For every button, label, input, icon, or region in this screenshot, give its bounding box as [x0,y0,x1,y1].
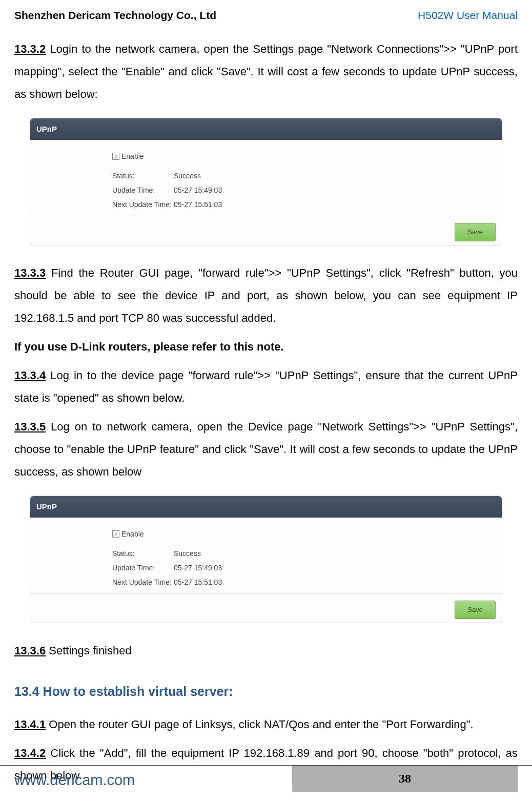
next-update-row: Next Update Time: 05-27 15:51:03 [112,575,502,589]
enable-checkbox[interactable]: ✓ [112,153,119,160]
enable-row: ✓ Enable [112,527,502,541]
update-time-label: Update Time: [112,561,174,575]
paragraph-text: Find the Router GUI page, "forward rule"… [14,266,518,324]
page-header: Shenzhen Dericam Technology Co., Ltd H50… [0,0,532,26]
manual-title: H502W User Manual [418,9,518,22]
paragraph-text: Log in to the device page "forward rule"… [14,369,518,404]
page-number: 38 [292,766,518,792]
heading-13-4: 13.4 How to establish virtual server: [14,678,518,704]
save-button[interactable]: Save [455,223,496,241]
section-number: 13.3.2 [14,43,46,55]
company-name: Shenzhen Dericam Technology Co., Ltd [14,9,216,22]
status-row: Status: Success [112,546,502,561]
panel-body: ✓ Enable Status: Success Update Time: 05… [30,518,502,593]
paragraph-text: Log on to network camera, open the Devic… [14,420,518,478]
section-number: 13.4.1 [14,718,46,731]
footer-url: www.dericam.com [14,766,292,792]
paragraph-13-4-1: 13.4.1 Open the router GUI page of Links… [14,713,518,736]
status-label: Status: [112,546,174,561]
enable-label: Enable [121,149,144,163]
paragraph-text: Login to the network camera, open the Se… [14,43,518,100]
paragraph-13-3-4: 13.3.4 Log in to the device page "forwar… [14,364,518,409]
enable-label: Enable [121,527,144,541]
panel-title: UPnP [30,118,502,140]
section-number: 13.3.6 [14,644,46,657]
upnp-panel-1: UPnP ✓ Enable Status: Success Update Tim… [30,118,502,245]
update-time-row: Update Time: 05-27 15:49:03 [112,183,502,197]
next-update-value: 05-27 15:51:03 [174,197,222,212]
update-time-row: Update Time: 05-27 15:49:03 [112,561,502,575]
section-number: 13.3.3 [14,266,46,279]
panel-body: ✓ Enable Status: Success Update Time: 05… [30,140,502,216]
paragraph-text: Settings finished [46,644,132,657]
section-number: 13.4.2 [14,747,46,759]
next-update-label: Next Update Time: [112,197,174,212]
status-row: Status: Success [112,169,502,183]
next-update-label: Next Update Time: [112,575,174,589]
update-time-value: 05-27 15:49:03 [174,183,222,197]
main-content: 13.3.2 Login to the network camera, open… [0,26,532,787]
update-time-value: 05-27 15:49:03 [174,561,222,575]
status-value: Success [174,169,201,183]
update-time-label: Update Time: [112,183,174,197]
paragraph-text: Open the router GUI page of Linksys, cli… [46,718,473,731]
upnp-panel-2: UPnP ✓ Enable Status: Success Update Tim… [30,496,502,623]
enable-row: ✓ Enable [112,149,502,163]
panel-footer: Save [30,216,502,245]
status-value: Success [174,546,201,561]
paragraph-13-3-2: 13.3.2 Login to the network camera, open… [14,38,518,106]
page-footer: www.dericam.com 38 [0,765,532,792]
panel-title: UPnP [30,496,502,518]
section-number: 13.3.4 [14,369,46,382]
paragraph-13-3-6: 13.3.6 Settings finished [14,640,518,662]
save-button[interactable]: Save [455,601,496,619]
note-bold: If you use D-Link routers, please refer … [14,336,518,358]
enable-checkbox[interactable]: ✓ [112,530,119,538]
paragraph-13-3-3: 13.3.3 Find the Router GUI page, "forwar… [14,262,518,330]
panel-footer: Save [30,593,502,623]
status-label: Status: [112,169,174,183]
section-number: 13.3.5 [14,420,46,433]
paragraph-13-3-5: 13.3.5 Log on to network camera, open th… [14,416,518,483]
next-update-value: 05-27 15:51:03 [174,575,222,589]
next-update-row: Next Update Time: 05-27 15:51:03 [112,197,502,212]
